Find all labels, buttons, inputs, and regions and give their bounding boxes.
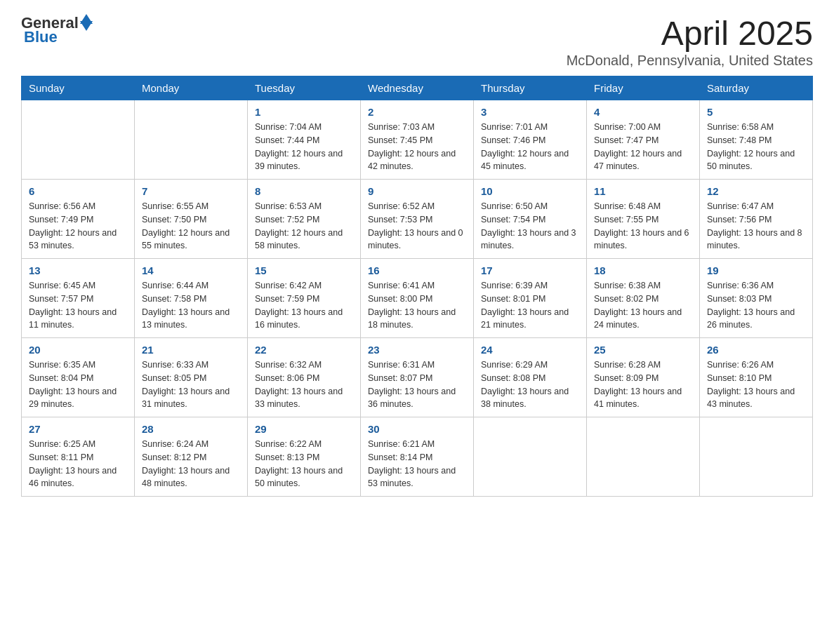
- day-number: 24: [481, 344, 579, 356]
- calendar-cell: 28Sunrise: 6:24 AMSunset: 8:12 PMDayligh…: [135, 417, 248, 497]
- day-info: Sunrise: 6:58 AMSunset: 7:48 PMDaylight:…: [707, 121, 805, 173]
- day-info: Sunrise: 6:47 AMSunset: 7:56 PMDaylight:…: [707, 200, 805, 253]
- day-info: Sunrise: 6:44 AMSunset: 7:58 PMDaylight:…: [142, 279, 240, 332]
- day-number: 6: [29, 185, 127, 197]
- day-number: 29: [255, 423, 353, 435]
- calendar-cell: [22, 100, 135, 180]
- day-info: Sunrise: 6:32 AMSunset: 8:06 PMDaylight:…: [255, 358, 353, 411]
- day-info: Sunrise: 6:29 AMSunset: 8:08 PMDaylight:…: [481, 358, 579, 411]
- calendar-cell: 6Sunrise: 6:56 AMSunset: 7:49 PMDaylight…: [22, 180, 135, 259]
- day-info: Sunrise: 6:50 AMSunset: 7:54 PMDaylight:…: [481, 200, 579, 253]
- day-number: 16: [368, 264, 466, 276]
- day-number: 18: [594, 264, 692, 276]
- day-number: 8: [255, 185, 353, 197]
- day-number: 14: [142, 264, 240, 276]
- calendar-cell: 17Sunrise: 6:39 AMSunset: 8:01 PMDayligh…: [474, 259, 587, 338]
- day-number: 10: [481, 185, 579, 197]
- calendar-cell: 14Sunrise: 6:44 AMSunset: 7:58 PMDayligh…: [135, 259, 248, 338]
- title-area: April 2025 McDonald, Pennsylvania, Unite…: [567, 14, 813, 69]
- calendar-cell: 11Sunrise: 6:48 AMSunset: 7:55 PMDayligh…: [587, 180, 700, 259]
- day-info: Sunrise: 6:48 AMSunset: 7:55 PMDaylight:…: [594, 200, 692, 253]
- day-number: 7: [142, 185, 240, 197]
- day-info: Sunrise: 6:28 AMSunset: 8:09 PMDaylight:…: [594, 358, 692, 411]
- calendar-cell: 13Sunrise: 6:45 AMSunset: 7:57 PMDayligh…: [22, 259, 135, 338]
- calendar-week-row: 20Sunrise: 6:35 AMSunset: 8:04 PMDayligh…: [22, 338, 813, 417]
- calendar-cell: 8Sunrise: 6:53 AMSunset: 7:52 PMDaylight…: [248, 180, 361, 259]
- month-title: April 2025: [567, 14, 813, 53]
- day-info: Sunrise: 6:24 AMSunset: 8:12 PMDaylight:…: [142, 438, 240, 490]
- day-number: 20: [29, 344, 127, 356]
- weekday-header-wednesday: Wednesday: [361, 76, 474, 100]
- day-number: 13: [29, 264, 127, 276]
- calendar-cell: [700, 417, 813, 497]
- day-number: 3: [481, 106, 579, 118]
- calendar-cell: 27Sunrise: 6:25 AMSunset: 8:11 PMDayligh…: [22, 417, 135, 497]
- day-number: 28: [142, 423, 240, 435]
- day-info: Sunrise: 6:55 AMSunset: 7:50 PMDaylight:…: [142, 200, 240, 253]
- calendar-cell: 19Sunrise: 6:36 AMSunset: 8:03 PMDayligh…: [700, 259, 813, 338]
- day-number: 2: [368, 106, 466, 118]
- calendar-cell: 20Sunrise: 6:35 AMSunset: 8:04 PMDayligh…: [22, 338, 135, 417]
- day-info: Sunrise: 6:33 AMSunset: 8:05 PMDaylight:…: [142, 358, 240, 411]
- page-header: General Blue April 2025 McDonald, Pennsy…: [21, 14, 813, 69]
- calendar-cell: 30Sunrise: 6:21 AMSunset: 8:14 PMDayligh…: [361, 417, 474, 497]
- day-number: 21: [142, 344, 240, 356]
- day-info: Sunrise: 6:21 AMSunset: 8:14 PMDaylight:…: [368, 438, 466, 490]
- day-info: Sunrise: 6:26 AMSunset: 8:10 PMDaylight:…: [707, 358, 805, 411]
- calendar-cell: 21Sunrise: 6:33 AMSunset: 8:05 PMDayligh…: [135, 338, 248, 417]
- day-info: Sunrise: 6:36 AMSunset: 8:03 PMDaylight:…: [707, 279, 805, 332]
- day-number: 23: [368, 344, 466, 356]
- calendar-week-row: 13Sunrise: 6:45 AMSunset: 7:57 PMDayligh…: [22, 259, 813, 338]
- calendar-cell: [587, 417, 700, 497]
- calendar-cell: 9Sunrise: 6:52 AMSunset: 7:53 PMDaylight…: [361, 180, 474, 259]
- day-number: 5: [707, 106, 805, 118]
- day-info: Sunrise: 6:31 AMSunset: 8:07 PMDaylight:…: [368, 358, 466, 411]
- day-info: Sunrise: 6:22 AMSunset: 8:13 PMDaylight:…: [255, 438, 353, 490]
- day-info: Sunrise: 6:53 AMSunset: 7:52 PMDaylight:…: [255, 200, 353, 253]
- location-title: McDonald, Pennsylvania, United States: [567, 53, 813, 69]
- calendar-cell: [474, 417, 587, 497]
- day-info: Sunrise: 6:42 AMSunset: 7:59 PMDaylight:…: [255, 279, 353, 332]
- calendar-cell: 25Sunrise: 6:28 AMSunset: 8:09 PMDayligh…: [587, 338, 700, 417]
- day-info: Sunrise: 6:38 AMSunset: 8:02 PMDaylight:…: [594, 279, 692, 332]
- calendar-cell: 26Sunrise: 6:26 AMSunset: 8:10 PMDayligh…: [700, 338, 813, 417]
- day-info: Sunrise: 7:03 AMSunset: 7:45 PMDaylight:…: [368, 121, 466, 173]
- weekday-header-thursday: Thursday: [474, 76, 587, 100]
- day-info: Sunrise: 6:39 AMSunset: 8:01 PMDaylight:…: [481, 279, 579, 332]
- weekday-header-monday: Monday: [135, 76, 248, 100]
- calendar-week-row: 27Sunrise: 6:25 AMSunset: 8:11 PMDayligh…: [22, 417, 813, 497]
- calendar-cell: 22Sunrise: 6:32 AMSunset: 8:06 PMDayligh…: [248, 338, 361, 417]
- day-number: 17: [481, 264, 579, 276]
- day-number: 9: [368, 185, 466, 197]
- calendar-cell: [135, 100, 248, 180]
- calendar-cell: 3Sunrise: 7:01 AMSunset: 7:46 PMDaylight…: [474, 100, 587, 180]
- calendar-cell: 2Sunrise: 7:03 AMSunset: 7:45 PMDaylight…: [361, 100, 474, 180]
- day-number: 15: [255, 264, 353, 276]
- calendar-cell: 10Sunrise: 6:50 AMSunset: 7:54 PMDayligh…: [474, 180, 587, 259]
- day-info: Sunrise: 7:04 AMSunset: 7:44 PMDaylight:…: [255, 121, 353, 173]
- logo-blue-text: Blue: [24, 28, 58, 46]
- calendar-cell: 15Sunrise: 6:42 AMSunset: 7:59 PMDayligh…: [248, 259, 361, 338]
- weekday-header-saturday: Saturday: [700, 76, 813, 100]
- day-info: Sunrise: 6:56 AMSunset: 7:49 PMDaylight:…: [29, 200, 127, 253]
- calendar-cell: 16Sunrise: 6:41 AMSunset: 8:00 PMDayligh…: [361, 259, 474, 338]
- day-number: 22: [255, 344, 353, 356]
- day-info: Sunrise: 6:25 AMSunset: 8:11 PMDaylight:…: [29, 438, 127, 490]
- calendar-cell: 24Sunrise: 6:29 AMSunset: 8:08 PMDayligh…: [474, 338, 587, 417]
- calendar-week-row: 1Sunrise: 7:04 AMSunset: 7:44 PMDaylight…: [22, 100, 813, 180]
- calendar-week-row: 6Sunrise: 6:56 AMSunset: 7:49 PMDaylight…: [22, 180, 813, 259]
- day-number: 11: [594, 185, 692, 197]
- weekday-header-sunday: Sunday: [22, 76, 135, 100]
- calendar-cell: 5Sunrise: 6:58 AMSunset: 7:48 PMDaylight…: [700, 100, 813, 180]
- weekday-header-friday: Friday: [587, 76, 700, 100]
- calendar-cell: 7Sunrise: 6:55 AMSunset: 7:50 PMDaylight…: [135, 180, 248, 259]
- calendar-header-row: SundayMondayTuesdayWednesdayThursdayFrid…: [22, 76, 813, 100]
- day-info: Sunrise: 6:52 AMSunset: 7:53 PMDaylight:…: [368, 200, 466, 253]
- calendar-cell: 12Sunrise: 6:47 AMSunset: 7:56 PMDayligh…: [700, 180, 813, 259]
- calendar-cell: 4Sunrise: 7:00 AMSunset: 7:47 PMDaylight…: [587, 100, 700, 180]
- weekday-header-tuesday: Tuesday: [248, 76, 361, 100]
- day-number: 30: [368, 423, 466, 435]
- day-info: Sunrise: 6:41 AMSunset: 8:00 PMDaylight:…: [368, 279, 466, 332]
- calendar-cell: 1Sunrise: 7:04 AMSunset: 7:44 PMDaylight…: [248, 100, 361, 180]
- day-info: Sunrise: 6:45 AMSunset: 7:57 PMDaylight:…: [29, 279, 127, 332]
